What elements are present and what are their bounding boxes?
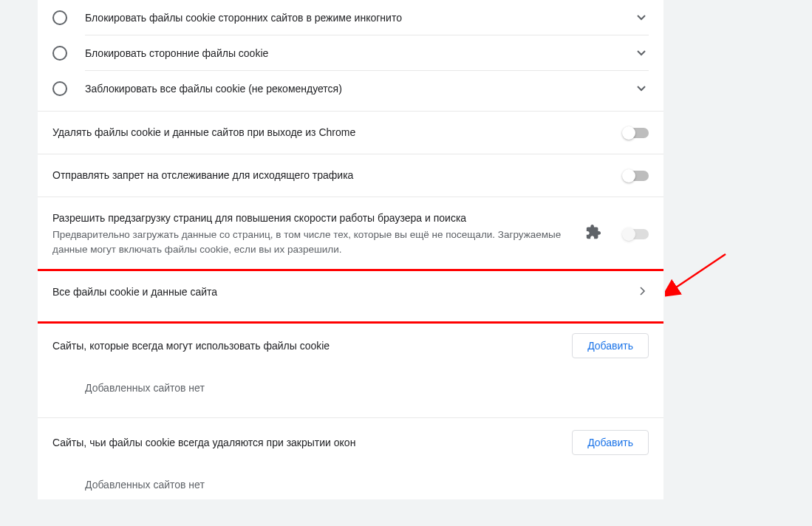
radio-icon [52, 10, 67, 25]
radio-block-third-party[interactable]: Блокировать сторонние файлы cookie [38, 35, 663, 71]
radio-block-all[interactable]: Заблокировать все файлы cookie (не реком… [38, 71, 663, 111]
toggle-label: Удалять файлы cookie и данные сайтов при… [52, 125, 612, 140]
toggle-switch[interactable] [624, 171, 649, 181]
nav-label: Все файлы cookie и данные сайта [52, 286, 637, 298]
chevron-down-icon[interactable] [634, 83, 649, 94]
radio-icon [52, 46, 67, 61]
cookie-settings-panel: Блокировать файлы cookie сторонних сайто… [38, 0, 663, 499]
annotation-arrow-icon [665, 248, 731, 300]
toggle-clear-on-exit[interactable]: Удалять файлы cookie и данные сайтов при… [38, 112, 663, 154]
radio-label: Заблокировать все файлы cookie (не реком… [85, 83, 634, 95]
toggle-label: Отправлять запрет на отслеживание для ис… [52, 168, 612, 183]
toggle-preload-pages: Разрешить предзагрузку страниц для повыш… [38, 197, 663, 271]
add-clear-on-close-button[interactable]: Добавить [572, 430, 649, 455]
clear-on-close-section-header: Сайты, чьи файлы cookie всегда удаляются… [38, 418, 663, 467]
clear-on-close-empty-text: Добавленных сайтов нет [38, 467, 663, 499]
radio-icon [52, 81, 67, 96]
radio-label: Блокировать сторонние файлы cookie [85, 47, 634, 59]
always-allow-empty-text: Добавленных сайтов нет [38, 370, 663, 417]
section-title: Сайты, чьи файлы cookie всегда удаляются… [52, 437, 355, 448]
section-title: Сайты, которые всегда могут использовать… [52, 340, 330, 352]
add-always-allow-button[interactable]: Добавить [572, 333, 649, 358]
svg-line-0 [674, 254, 726, 289]
arrow-right-icon [637, 287, 649, 297]
extension-icon [585, 224, 601, 245]
toggle-description: Предварительно загружать данные со стран… [52, 228, 573, 258]
chevron-down-icon[interactable] [634, 48, 649, 58]
radio-block-third-party-incognito[interactable]: Блокировать файлы cookie сторонних сайто… [38, 0, 663, 35]
radio-label: Блокировать файлы cookie сторонних сайто… [85, 12, 634, 24]
toggle-do-not-track[interactable]: Отправлять запрет на отслеживание для ис… [38, 154, 663, 197]
all-cookies-and-site-data-link[interactable]: Все файлы cookie и данные сайта [38, 271, 663, 321]
always-allow-section-header: Сайты, которые всегда могут использовать… [38, 321, 663, 370]
highlighted-section: Все файлы cookie и данные сайта [38, 269, 663, 324]
chevron-down-icon[interactable] [634, 13, 649, 23]
toggle-label: Разрешить предзагрузку страниц для повыш… [52, 211, 573, 226]
toggle-switch-disabled [624, 229, 649, 239]
toggle-switch[interactable] [624, 128, 649, 138]
